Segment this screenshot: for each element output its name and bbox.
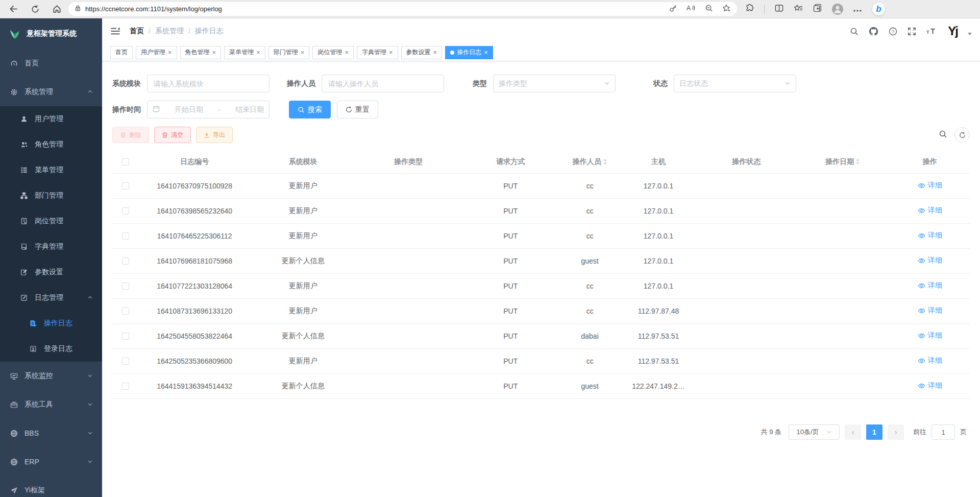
- row-checkbox[interactable]: [122, 383, 129, 390]
- detail-link[interactable]: 详细: [918, 356, 942, 365]
- sidebar-item-user-mgmt[interactable]: 用户管理: [0, 106, 102, 132]
- reset-button[interactable]: 重置: [337, 101, 378, 119]
- user-logo-badge[interactable]: Yj: [948, 24, 958, 38]
- help-icon[interactable]: ?: [889, 27, 897, 36]
- favorites-icon[interactable]: [794, 4, 803, 14]
- detail-link[interactable]: 详细: [918, 181, 942, 190]
- tab-user-mgmt[interactable]: 用户管理×: [136, 46, 177, 59]
- page-size-select[interactable]: 10条/页: [789, 424, 840, 440]
- clear-button[interactable]: 清空: [154, 127, 191, 143]
- tab-dict-mgmt[interactable]: 字典管理×: [357, 46, 398, 59]
- sidebar-item-login-log[interactable]: 登录日志: [0, 336, 102, 362]
- row-checkbox[interactable]: [122, 232, 129, 240]
- font-size-icon[interactable]: TT: [926, 27, 938, 35]
- close-icon[interactable]: ×: [484, 49, 488, 56]
- breadcrumb-system-mgmt[interactable]: 系统管理: [155, 27, 184, 36]
- table-row[interactable]: 1642505235366809600 更新用户 PUT cc 112.97.5…: [112, 349, 970, 374]
- table-row[interactable]: 1641076398565232640 更新用户 PUT cc 127.0.0.…: [112, 199, 970, 224]
- table-row[interactable]: 1642504558053822464 更新个人信息 PUT dabai 112…: [112, 324, 970, 349]
- header-operator[interactable]: 操作人员: [560, 157, 620, 167]
- github-icon[interactable]: [869, 27, 878, 36]
- table-row[interactable]: 1644159136394514432 更新个人信息 PUT guest 122…: [112, 374, 970, 399]
- password-key-icon[interactable]: [669, 4, 677, 14]
- sidebar-item-home[interactable]: 首页: [0, 49, 102, 78]
- fullscreen-icon[interactable]: [908, 27, 916, 36]
- close-icon[interactable]: ×: [433, 49, 437, 56]
- sidebar-item-system-mgmt[interactable]: 系统管理: [0, 78, 102, 106]
- select-all-checkbox[interactable]: [122, 158, 129, 165]
- tab-menu-mgmt[interactable]: 菜单管理×: [224, 46, 265, 59]
- page-number-button[interactable]: 1: [866, 424, 883, 440]
- detail-link[interactable]: 详细: [918, 206, 942, 215]
- row-checkbox[interactable]: [122, 257, 129, 265]
- operator-filter-input[interactable]: [322, 75, 444, 92]
- tab-role-mgmt[interactable]: 角色管理×: [180, 46, 222, 59]
- close-icon[interactable]: ×: [212, 49, 216, 56]
- close-icon[interactable]: ×: [256, 49, 260, 56]
- sidebar-item-bbs[interactable]: BBS: [0, 419, 102, 447]
- zoom-out-icon[interactable]: [705, 4, 713, 14]
- next-page-button[interactable]: ›: [888, 424, 904, 440]
- breadcrumb-home[interactable]: 首页: [130, 27, 144, 36]
- browser-back-icon[interactable]: [9, 5, 18, 13]
- add-favorite-icon[interactable]: [722, 4, 731, 14]
- sidebar-item-operation-log[interactable]: 操作日志: [0, 311, 102, 336]
- sidebar-item-post-mgmt[interactable]: 岗位管理: [0, 208, 102, 234]
- table-row[interactable]: 1641087313696133120 更新用户 PUT cc 112.97.8…: [112, 299, 970, 324]
- search-button[interactable]: 搜索: [289, 101, 331, 119]
- header-date[interactable]: 操作日期: [796, 157, 890, 167]
- show-search-icon[interactable]: [939, 130, 947, 140]
- sidebar-item-erp[interactable]: ERP: [0, 447, 102, 476]
- more-options-icon[interactable]: [853, 5, 862, 14]
- address-bar[interactable]: https://ccnetcore.com:1101/system/log/op…: [68, 2, 737, 16]
- close-icon[interactable]: ×: [168, 49, 172, 56]
- close-icon[interactable]: ×: [301, 49, 305, 56]
- row-checkbox[interactable]: [122, 182, 129, 190]
- extensions-icon[interactable]: [745, 4, 754, 14]
- read-aloud-icon[interactable]: A: [687, 4, 696, 14]
- browser-refresh-icon[interactable]: [31, 5, 39, 13]
- detail-link[interactable]: 详细: [918, 381, 942, 390]
- tab-home[interactable]: 首页: [110, 46, 133, 59]
- type-filter-select[interactable]: 操作类型: [493, 75, 616, 92]
- tab-dept-mgmt[interactable]: 部门管理×: [268, 46, 310, 59]
- sidebar-item-dept-mgmt[interactable]: 部门管理: [0, 183, 102, 208]
- bing-chat-icon[interactable]: b: [872, 2, 886, 16]
- sidebar-item-yi-framework[interactable]: Yi框架: [0, 476, 102, 497]
- table-row[interactable]: 1641076465225306112 更新用户 PUT cc 127.0.0.…: [112, 224, 970, 249]
- sidebar-item-system-monitor[interactable]: 系统监控: [0, 362, 102, 390]
- row-checkbox[interactable]: [122, 307, 129, 315]
- row-checkbox[interactable]: [122, 282, 129, 290]
- url-text[interactable]: https://ccnetcore.com:1101/system/log/op…: [85, 5, 665, 13]
- row-checkbox[interactable]: [122, 207, 129, 215]
- browser-home-icon[interactable]: [53, 5, 61, 13]
- sidebar-item-param-settings[interactable]: 参数设置: [0, 259, 102, 285]
- date-range-picker[interactable]: 开始日期 - 结束日期: [147, 101, 270, 119]
- close-icon[interactable]: ×: [345, 49, 349, 56]
- split-screen-icon[interactable]: [775, 4, 783, 14]
- table-row[interactable]: 1641076968181075968 更新个人信息 PUT guest 127…: [112, 249, 970, 274]
- delete-button[interactable]: 删除: [112, 127, 149, 143]
- sidebar-item-role-mgmt[interactable]: 角色管理: [0, 132, 102, 157]
- tab-post-mgmt[interactable]: 岗位管理×: [312, 46, 354, 59]
- detail-link[interactable]: 详细: [918, 231, 942, 240]
- module-filter-input[interactable]: [147, 75, 270, 92]
- detail-link[interactable]: 详细: [918, 306, 942, 315]
- table-row[interactable]: 1641076370975100928 更新用户 PUT cc 127.0.0.…: [112, 174, 970, 199]
- sidebar-item-system-tools[interactable]: 系统工具: [0, 390, 102, 419]
- sidebar-fold-icon[interactable]: [110, 26, 120, 36]
- row-checkbox[interactable]: [122, 358, 129, 365]
- sidebar-item-menu-mgmt[interactable]: 菜单管理: [0, 157, 102, 183]
- profile-avatar[interactable]: [832, 4, 843, 15]
- sidebar-item-dict-mgmt[interactable]: 字典管理: [0, 234, 102, 259]
- export-button[interactable]: 导出: [196, 127, 233, 143]
- sidebar-item-log-mgmt[interactable]: 日志管理: [0, 285, 102, 311]
- refresh-table-button[interactable]: [954, 127, 970, 143]
- app-logo[interactable]: 意框架管理系统: [0, 18, 102, 49]
- detail-link[interactable]: 详细: [918, 331, 942, 340]
- row-checkbox[interactable]: [122, 333, 129, 340]
- goto-page-input[interactable]: [932, 424, 955, 440]
- detail-link[interactable]: 详细: [918, 256, 942, 265]
- tab-operation-log[interactable]: 操作日志×: [445, 46, 493, 59]
- caret-down-icon[interactable]: [968, 33, 972, 35]
